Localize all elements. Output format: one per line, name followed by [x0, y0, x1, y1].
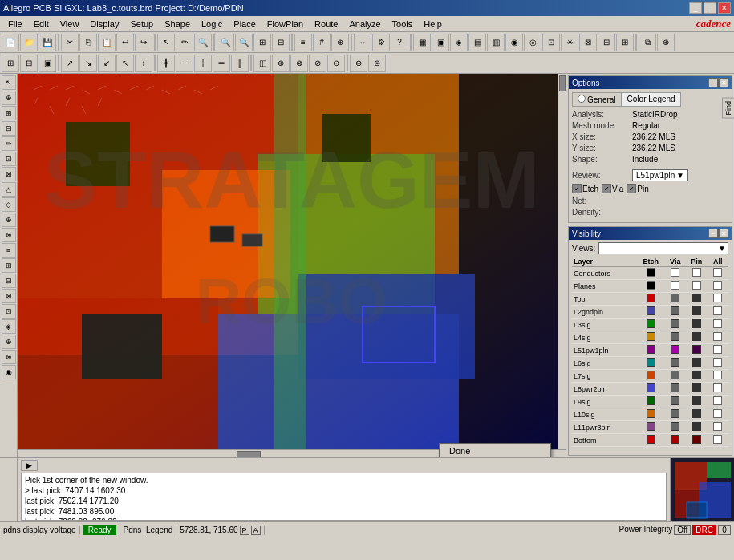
- tool-16[interactable]: ⊡: [2, 304, 16, 319]
- tb2-11[interactable]: ╎: [194, 55, 212, 72]
- tb2-18[interactable]: ⊙: [327, 55, 345, 72]
- tb-extra5[interactable]: ▥: [487, 34, 505, 51]
- tb-extra4[interactable]: ▤: [468, 34, 486, 51]
- menu-view[interactable]: View: [55, 18, 84, 30]
- tb2-10[interactable]: ╌: [176, 55, 193, 72]
- pin-checkbox[interactable]: ✓: [627, 184, 636, 193]
- ctx-done[interactable]: Done: [440, 444, 550, 457]
- menu-route[interactable]: Route: [310, 18, 343, 30]
- tool-20[interactable]: ◉: [2, 365, 16, 379]
- etch-checkbox[interactable]: ✓: [572, 184, 582, 193]
- tool-14[interactable]: ⊟: [2, 274, 16, 288]
- tool-12[interactable]: ≡: [2, 243, 16, 258]
- tb-open[interactable]: 📁: [20, 34, 38, 51]
- tool-19[interactable]: ⊗: [2, 350, 16, 364]
- tool-11[interactable]: ⊗: [2, 228, 16, 242]
- tab-general[interactable]: General: [572, 92, 622, 107]
- menu-flowplan[interactable]: FlowPlan: [262, 18, 308, 30]
- tb-extra13[interactable]: ⧉: [639, 34, 656, 51]
- tool-7[interactable]: ⊠: [2, 167, 16, 181]
- top-via[interactable]: [665, 293, 686, 306]
- tb-new[interactable]: 📄: [2, 34, 19, 51]
- tb-extra12[interactable]: ⊞: [616, 34, 634, 51]
- conductors-all[interactable]: [707, 267, 728, 280]
- tb-zoom-out[interactable]: 🔍: [235, 34, 253, 51]
- menu-shape[interactable]: Shape: [160, 18, 195, 30]
- tb2-17[interactable]: ⊘: [309, 55, 326, 72]
- tb-extra11[interactable]: ⊟: [598, 34, 615, 51]
- tb2-13[interactable]: ║: [231, 55, 249, 72]
- tool-3[interactable]: ⊞: [2, 106, 16, 120]
- tb2-19[interactable]: ⊛: [350, 55, 367, 72]
- conductors-pin[interactable]: [686, 267, 708, 280]
- tool-select[interactable]: ↖: [2, 75, 16, 90]
- tool-6[interactable]: ⊡: [2, 152, 16, 166]
- menu-display[interactable]: Display: [85, 18, 124, 30]
- minimize-button[interactable]: _: [689, 2, 702, 14]
- tb-grid[interactable]: #: [313, 34, 331, 51]
- tb-search[interactable]: 🔍: [194, 34, 212, 51]
- top-pin[interactable]: [686, 293, 708, 306]
- tb-save[interactable]: 💾: [39, 34, 56, 51]
- menu-analyze[interactable]: Analyze: [344, 18, 385, 30]
- tb-cut[interactable]: ✂: [61, 34, 79, 51]
- tb2-14[interactable]: ◫: [253, 55, 271, 72]
- tool-15[interactable]: ⊠: [2, 289, 16, 303]
- tb2-8[interactable]: ↕: [135, 55, 152, 72]
- tool-5[interactable]: ✏: [2, 136, 16, 151]
- tb2-6[interactable]: ↙: [98, 55, 116, 72]
- tool-17[interactable]: ◈: [2, 319, 16, 334]
- tb2-9[interactable]: ╋: [157, 55, 175, 72]
- tb-copy[interactable]: ⎘: [79, 34, 97, 51]
- tb-pointer[interactable]: ↖: [157, 34, 175, 51]
- find-tab[interactable]: Find: [722, 98, 734, 119]
- tool-2[interactable]: ⊕: [2, 91, 16, 105]
- tool-9[interactable]: ◇: [2, 197, 16, 212]
- scrollbar-thumb-v[interactable]: [559, 75, 566, 91]
- pcb-canvas-area[interactable]: STRATAGEM ROBO Done Display Mesh Display…: [18, 74, 566, 457]
- tb-extra14[interactable]: ⊕: [657, 34, 675, 51]
- tb-zoom-fit[interactable]: ⊞: [253, 34, 271, 51]
- vis-panel-close-button[interactable]: ✕: [719, 229, 728, 238]
- via-checkbox[interactable]: ✓: [602, 184, 611, 193]
- tb-zoom-in[interactable]: 🔍: [217, 34, 234, 51]
- menu-logic[interactable]: Logic: [197, 18, 227, 30]
- views-dropdown[interactable]: ▼: [598, 242, 728, 254]
- tool-18[interactable]: ⊕: [2, 335, 16, 349]
- tb2-2[interactable]: ⊟: [20, 55, 38, 72]
- tb-extra3[interactable]: ◈: [450, 34, 468, 51]
- tab-color-legend[interactable]: Color Legend: [622, 92, 681, 107]
- cmd-tab-1[interactable]: ▶: [21, 460, 38, 471]
- tb-pencil[interactable]: ✏: [176, 34, 193, 51]
- close-button[interactable]: ✕: [718, 2, 731, 14]
- menu-file[interactable]: File: [3, 18, 27, 30]
- panel-close-button[interactable]: ✕: [719, 78, 728, 87]
- tb2-15[interactable]: ⊕: [272, 55, 290, 72]
- tb-extra1[interactable]: ▦: [413, 34, 431, 51]
- panel-pin-button[interactable]: −: [708, 78, 718, 87]
- tb-paste[interactable]: 📋: [98, 34, 116, 51]
- tb2-1[interactable]: ⊞: [2, 55, 19, 72]
- top-etch[interactable]: [637, 293, 665, 306]
- menu-place[interactable]: Place: [229, 18, 261, 30]
- top-all[interactable]: [707, 293, 728, 306]
- tb-help[interactable]: ?: [391, 34, 408, 51]
- planes-pin[interactable]: [686, 280, 708, 293]
- tb2-16[interactable]: ⊗: [290, 55, 308, 72]
- tb-undo[interactable]: ↩: [116, 34, 134, 51]
- menu-help[interactable]: Help: [419, 18, 447, 30]
- tb2-3[interactable]: ▣: [39, 55, 56, 72]
- tb2-20[interactable]: ⊜: [368, 55, 386, 72]
- tb2-7[interactable]: ↖: [116, 55, 134, 72]
- context-menu[interactable]: Done Display Mesh Display Voltage Displa…: [439, 443, 551, 457]
- maximize-button[interactable]: □: [704, 2, 716, 14]
- tool-10[interactable]: ⊕: [2, 213, 16, 227]
- tb-layer[interactable]: ≡: [294, 34, 312, 51]
- menu-edit[interactable]: Edit: [29, 18, 54, 30]
- tb2-12[interactable]: ═: [213, 55, 230, 72]
- tb-extra7[interactable]: ◎: [524, 34, 541, 51]
- menu-setup[interactable]: Setup: [125, 18, 158, 30]
- tool-13[interactable]: ⊞: [2, 258, 16, 273]
- tool-4[interactable]: ⊟: [2, 121, 16, 136]
- review-dropdown[interactable]: L51pw1pln ▼: [632, 169, 688, 181]
